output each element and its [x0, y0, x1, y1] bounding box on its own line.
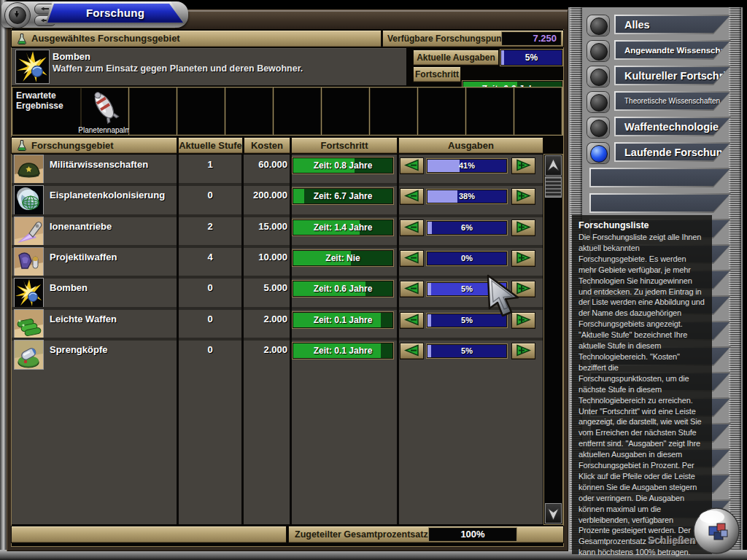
increase-spending-button[interactable] — [512, 189, 535, 204]
menu-orb-icon — [9, 7, 26, 24]
tab-forschung-label: Forschung — [47, 4, 183, 23]
progress-bar: Zeit: 0.6 Jahre — [293, 281, 392, 296]
filter-plate[interactable]: Laufende Forschung — [614, 142, 731, 162]
total-percent-value: 100% — [429, 528, 516, 541]
column-header-progress: Fortschritt — [292, 138, 397, 153]
radio-ball-icon — [590, 18, 608, 35]
progress-bar: Zeit: 1.4 Jahre — [293, 220, 392, 235]
research-field-name: Projektilwaffen — [50, 252, 117, 262]
filter-plate[interactable]: Kultureller Fortschritt — [614, 66, 731, 85]
arrow-right-plus-icon — [513, 313, 534, 327]
chevron-down-icon — [546, 504, 561, 523]
column-separator — [290, 155, 292, 524]
selected-area-header-label: Ausgewähltes Forschungsgebiet — [31, 31, 180, 47]
radio-ball-icon — [590, 69, 608, 86]
empty-plate-face — [591, 195, 729, 211]
filter-radio[interactable] — [587, 117, 609, 138]
decrease-spending-button[interactable] — [400, 281, 423, 297]
spending-bar[interactable]: 41% — [427, 160, 506, 172]
light-weapons-icon — [15, 310, 43, 338]
table-row[interactable]: Eisplanetenkolonisierung 0 200.000 Zeit:… — [12, 186, 543, 215]
flask-icon — [17, 33, 27, 44]
planet-napalm-bomb-icon — [83, 87, 125, 125]
filter-radio[interactable] — [587, 41, 609, 61]
decrease-spending-button[interactable] — [400, 251, 423, 266]
scroll-up-button[interactable] — [546, 156, 561, 175]
table-row[interactable]: Militärwissenschaften 1 60.000 Zeit: 0.8… — [12, 155, 543, 184]
expected-result-empty-cell — [419, 88, 465, 134]
filter-radio[interactable] — [587, 143, 609, 163]
points-value: 7.250 — [502, 32, 561, 45]
increase-spending-button[interactable] — [512, 251, 535, 266]
filter-plate[interactable]: Theoretische Wissenschaften — [614, 91, 731, 111]
warheads-icon — [15, 341, 43, 369]
spending-percent-text: 5% — [427, 345, 506, 357]
increase-spending-button[interactable] — [512, 343, 535, 359]
filter-radio[interactable] — [587, 92, 609, 112]
decrease-spending-button[interactable] — [400, 343, 423, 359]
arrow-right-plus-icon — [513, 343, 534, 357]
spending-bar[interactable]: 5% — [427, 283, 506, 295]
arrow-left-minus-icon — [401, 158, 422, 172]
table-row[interactable]: Bomben 0 5.000 Zeit: 0.6 Jahre 5% — [12, 279, 543, 308]
chevron-up-icon — [546, 156, 561, 175]
expected-results-strip: Erwartete Ergebnisse Planetennapalm — [12, 87, 563, 136]
sidebar-ridge-right — [729, 7, 741, 550]
table-row[interactable]: Sprengköpfe 0 2.000 Zeit: 0.1 Jahre 5% — [12, 341, 543, 370]
arrow-right-plus-icon — [513, 281, 534, 295]
tab-forschung[interactable]: Forschung — [45, 1, 185, 24]
arrow-left-minus-icon — [401, 189, 422, 203]
system-menu-button[interactable] — [4, 2, 31, 28]
ion-drive-icon — [15, 217, 43, 246]
increase-spending-button[interactable] — [512, 281, 535, 297]
filter-radio[interactable] — [587, 66, 609, 87]
decrease-spending-button[interactable] — [400, 220, 423, 236]
filter-radio[interactable] — [587, 15, 609, 36]
selected-research-info: Bomben Waffen zum Einsatz gegen Planeten… — [12, 48, 406, 85]
filter-label: Kultureller Fortschritt — [616, 67, 729, 84]
arrow-left-minus-icon — [401, 313, 422, 327]
scrollbar-thumb[interactable] — [546, 177, 561, 197]
close-tooltip-button[interactable]: Schließen — [648, 534, 696, 546]
selected-spending-bar[interactable]: 5% — [501, 50, 562, 65]
spending-label: Aktuelle Ausgaben — [414, 50, 498, 65]
advisor-orb-button[interactable] — [692, 506, 741, 556]
spending-bar[interactable]: 5% — [427, 345, 506, 357]
arrow-left-minus-icon — [401, 251, 422, 265]
decrease-spending-button[interactable] — [400, 313, 423, 328]
decrease-spending-button[interactable] — [400, 189, 423, 204]
scroll-down-button[interactable] — [546, 504, 561, 523]
arrow-right-plus-icon — [513, 251, 534, 265]
filter-plate[interactable]: Angewandte Wissenschaften — [614, 40, 731, 60]
spending-bar[interactable]: 0% — [427, 252, 506, 265]
expected-result-item[interactable]: Planetennapalm — [82, 88, 128, 134]
table-row[interactable]: Ionenantriebe 2 15.000 Zeit: 1.4 Jahre 6… — [12, 217, 543, 246]
total-percent-label: Zugeteilter Gesamtprozentsatz — [295, 526, 428, 542]
expected-result-empty-cell — [130, 88, 176, 134]
increase-spending-button[interactable] — [512, 158, 535, 174]
arrow-right-plus-icon — [513, 189, 534, 203]
spending-bar[interactable]: 6% — [427, 222, 506, 234]
spending-bar[interactable]: 38% — [427, 190, 506, 203]
table-row[interactable]: Projektilwaffen 4 10.000 Zeit: Nie 0% — [12, 248, 543, 277]
filter-plate[interactable]: Alles — [614, 15, 731, 34]
cost-value: 2.000 — [231, 314, 287, 324]
radio-ball-icon — [590, 120, 608, 137]
progress-time-text: Zeit: 0.1 Jahre — [293, 313, 392, 327]
spending-bar[interactable]: 5% — [427, 314, 506, 327]
table-row[interactable]: Leichte Waffen 0 2.000 Zeit: 0.1 Jahre 5… — [12, 310, 543, 339]
decrease-spending-button[interactable] — [400, 158, 423, 174]
research-field-name: Eisplanetenkolonisierung — [50, 190, 165, 201]
arrow-right-plus-icon — [513, 158, 534, 172]
filter-plate[interactable]: Waffentechnologie — [614, 117, 731, 136]
footer-left-bar — [12, 526, 286, 542]
increase-spending-button[interactable] — [512, 220, 535, 236]
spending-percent-text: 0% — [427, 252, 506, 265]
list-scrollbar[interactable] — [544, 155, 562, 524]
cost-value: 60.000 — [231, 159, 287, 170]
military-helmet-icon — [15, 155, 43, 184]
sidebar-empty-plate — [589, 168, 731, 187]
increase-spending-button[interactable] — [512, 313, 535, 328]
column-header-spending: Ausgaben — [399, 138, 543, 153]
filter-label: Waffentechnologie — [616, 118, 729, 135]
